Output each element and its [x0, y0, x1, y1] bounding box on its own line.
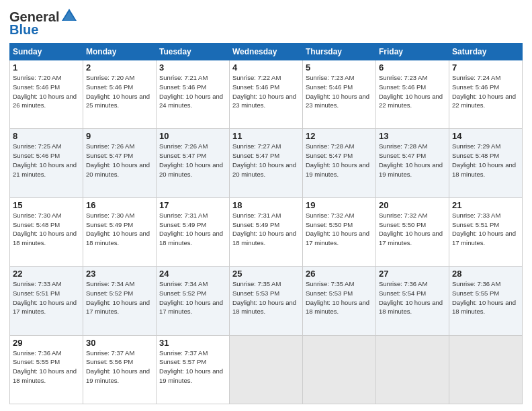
day-cell — [303, 335, 376, 404]
day-info: Sunrise: 7:33 AMSunset: 5:51 PMDaylight:… — [452, 211, 519, 248]
day-number: 4 — [232, 62, 300, 73]
week-row-1: 1Sunrise: 7:20 AMSunset: 5:46 PMDaylight… — [10, 60, 523, 129]
header: General Blue — [9, 7, 523, 38]
day-cell: 4Sunrise: 7:22 AMSunset: 5:46 PMDaylight… — [230, 60, 303, 129]
day-number: 30 — [86, 338, 153, 348]
day-cell: 26Sunrise: 7:35 AMSunset: 5:53 PMDayligh… — [303, 267, 376, 335]
day-number: 1 — [13, 62, 80, 73]
day-number: 26 — [306, 269, 373, 279]
day-info: Sunrise: 7:21 AMSunset: 5:46 PMDaylight:… — [159, 73, 226, 110]
day-number: 22 — [13, 269, 80, 279]
day-number: 27 — [379, 269, 446, 279]
day-number: 16 — [86, 200, 153, 210]
day-cell: 22Sunrise: 7:33 AMSunset: 5:51 PMDayligh… — [10, 267, 83, 335]
day-cell: 24Sunrise: 7:34 AMSunset: 5:52 PMDayligh… — [157, 267, 230, 335]
day-number: 10 — [159, 131, 226, 141]
day-cell: 25Sunrise: 7:35 AMSunset: 5:53 PMDayligh… — [230, 267, 303, 335]
logo-icon — [60, 7, 78, 25]
day-info: Sunrise: 7:20 AMSunset: 5:46 PMDaylight:… — [13, 73, 80, 110]
day-info: Sunrise: 7:29 AMSunset: 5:48 PMDaylight:… — [452, 142, 519, 179]
day-number: 15 — [13, 200, 80, 210]
week-row-5: 29Sunrise: 7:36 AMSunset: 5:55 PMDayligh… — [10, 335, 523, 404]
day-info: Sunrise: 7:31 AMSunset: 5:49 PMDaylight:… — [159, 211, 226, 248]
day-number: 14 — [452, 131, 519, 141]
day-number: 23 — [86, 269, 153, 279]
day-cell: 1Sunrise: 7:20 AMSunset: 5:46 PMDaylight… — [10, 60, 83, 129]
calendar-body: 1Sunrise: 7:20 AMSunset: 5:46 PMDaylight… — [10, 60, 523, 404]
day-cell — [230, 335, 303, 404]
day-cell: 11Sunrise: 7:27 AMSunset: 5:47 PMDayligh… — [230, 129, 303, 197]
day-info: Sunrise: 7:36 AMSunset: 5:55 PMDaylight:… — [13, 349, 80, 385]
day-number: 11 — [232, 131, 300, 141]
day-info: Sunrise: 7:23 AMSunset: 5:46 PMDaylight:… — [379, 73, 446, 110]
weekday-header-row: SundayMondayTuesdayWednesdayThursdayFrid… — [10, 44, 523, 60]
day-info: Sunrise: 7:36 AMSunset: 5:55 PMDaylight:… — [452, 279, 519, 316]
weekday-friday: Friday — [376, 44, 449, 60]
day-cell: 27Sunrise: 7:36 AMSunset: 5:54 PMDayligh… — [376, 267, 449, 335]
week-row-3: 15Sunrise: 7:30 AMSunset: 5:48 PMDayligh… — [10, 197, 523, 266]
calendar-table: SundayMondayTuesdayWednesdayThursdayFrid… — [9, 43, 523, 404]
day-cell: 17Sunrise: 7:31 AMSunset: 5:49 PMDayligh… — [157, 197, 230, 266]
weekday-wednesday: Wednesday — [230, 44, 303, 60]
day-cell: 12Sunrise: 7:28 AMSunset: 5:47 PMDayligh… — [303, 129, 376, 197]
day-cell: 16Sunrise: 7:30 AMSunset: 5:49 PMDayligh… — [83, 197, 157, 266]
day-number: 8 — [13, 131, 80, 141]
day-cell: 3Sunrise: 7:21 AMSunset: 5:46 PMDaylight… — [157, 60, 230, 129]
day-info: Sunrise: 7:37 AMSunset: 5:56 PMDaylight:… — [86, 349, 153, 385]
day-info: Sunrise: 7:30 AMSunset: 5:48 PMDaylight:… — [13, 211, 80, 248]
day-number: 7 — [452, 62, 519, 73]
logo: General Blue — [9, 9, 78, 38]
day-cell: 6Sunrise: 7:23 AMSunset: 5:46 PMDaylight… — [376, 60, 449, 129]
day-info: Sunrise: 7:34 AMSunset: 5:52 PMDaylight:… — [159, 279, 226, 316]
day-number: 13 — [379, 131, 446, 141]
day-info: Sunrise: 7:37 AMSunset: 5:57 PMDaylight:… — [159, 349, 226, 385]
day-info: Sunrise: 7:26 AMSunset: 5:47 PMDaylight:… — [159, 142, 226, 179]
weekday-thursday: Thursday — [303, 44, 376, 60]
day-info: Sunrise: 7:26 AMSunset: 5:47 PMDaylight:… — [86, 142, 153, 179]
day-number: 31 — [159, 338, 226, 348]
page-container: General Blue SundayMondayTuesdayWednesda… — [0, 0, 532, 411]
day-number: 9 — [86, 131, 153, 141]
day-number: 5 — [306, 62, 373, 73]
day-cell: 5Sunrise: 7:23 AMSunset: 5:46 PMDaylight… — [303, 60, 376, 129]
day-info: Sunrise: 7:35 AMSunset: 5:53 PMDaylight:… — [306, 279, 373, 316]
weekday-tuesday: Tuesday — [157, 44, 230, 60]
day-info: Sunrise: 7:20 AMSunset: 5:46 PMDaylight:… — [86, 73, 153, 110]
day-info: Sunrise: 7:35 AMSunset: 5:53 PMDaylight:… — [232, 279, 300, 316]
day-number: 18 — [232, 200, 300, 210]
day-cell: 23Sunrise: 7:34 AMSunset: 5:52 PMDayligh… — [83, 267, 157, 335]
day-number: 29 — [13, 338, 80, 348]
day-cell: 9Sunrise: 7:26 AMSunset: 5:47 PMDaylight… — [83, 129, 157, 197]
day-cell — [449, 335, 523, 404]
day-info: Sunrise: 7:33 AMSunset: 5:51 PMDaylight:… — [13, 279, 80, 316]
weekday-saturday: Saturday — [449, 44, 523, 60]
day-number: 2 — [86, 62, 153, 73]
day-number: 12 — [306, 131, 373, 141]
day-cell: 31Sunrise: 7:37 AMSunset: 5:57 PMDayligh… — [157, 335, 230, 404]
weekday-sunday: Sunday — [10, 44, 83, 60]
day-number: 24 — [159, 269, 226, 279]
day-info: Sunrise: 7:23 AMSunset: 5:46 PMDaylight:… — [306, 73, 373, 110]
day-info: Sunrise: 7:32 AMSunset: 5:50 PMDaylight:… — [306, 211, 373, 248]
day-cell: 18Sunrise: 7:31 AMSunset: 5:49 PMDayligh… — [230, 197, 303, 266]
day-cell: 2Sunrise: 7:20 AMSunset: 5:46 PMDaylight… — [83, 60, 157, 129]
day-cell: 10Sunrise: 7:26 AMSunset: 5:47 PMDayligh… — [157, 129, 230, 197]
day-cell: 14Sunrise: 7:29 AMSunset: 5:48 PMDayligh… — [449, 129, 523, 197]
day-number: 20 — [379, 200, 446, 210]
day-cell: 8Sunrise: 7:25 AMSunset: 5:46 PMDaylight… — [10, 129, 83, 197]
day-info: Sunrise: 7:22 AMSunset: 5:46 PMDaylight:… — [232, 73, 300, 110]
week-row-2: 8Sunrise: 7:25 AMSunset: 5:46 PMDaylight… — [10, 129, 523, 197]
day-number: 6 — [379, 62, 446, 73]
day-cell: 30Sunrise: 7:37 AMSunset: 5:56 PMDayligh… — [83, 335, 157, 404]
day-info: Sunrise: 7:32 AMSunset: 5:50 PMDaylight:… — [379, 211, 446, 248]
day-cell: 21Sunrise: 7:33 AMSunset: 5:51 PMDayligh… — [449, 197, 523, 266]
day-info: Sunrise: 7:24 AMSunset: 5:46 PMDaylight:… — [452, 73, 519, 110]
day-info: Sunrise: 7:34 AMSunset: 5:52 PMDaylight:… — [86, 279, 153, 316]
day-cell: 7Sunrise: 7:24 AMSunset: 5:46 PMDaylight… — [449, 60, 523, 129]
day-cell: 19Sunrise: 7:32 AMSunset: 5:50 PMDayligh… — [303, 197, 376, 266]
day-number: 25 — [232, 269, 300, 279]
day-info: Sunrise: 7:28 AMSunset: 5:47 PMDaylight:… — [379, 142, 446, 179]
weekday-monday: Monday — [83, 44, 157, 60]
day-number: 28 — [452, 269, 519, 279]
day-number: 21 — [452, 200, 519, 210]
